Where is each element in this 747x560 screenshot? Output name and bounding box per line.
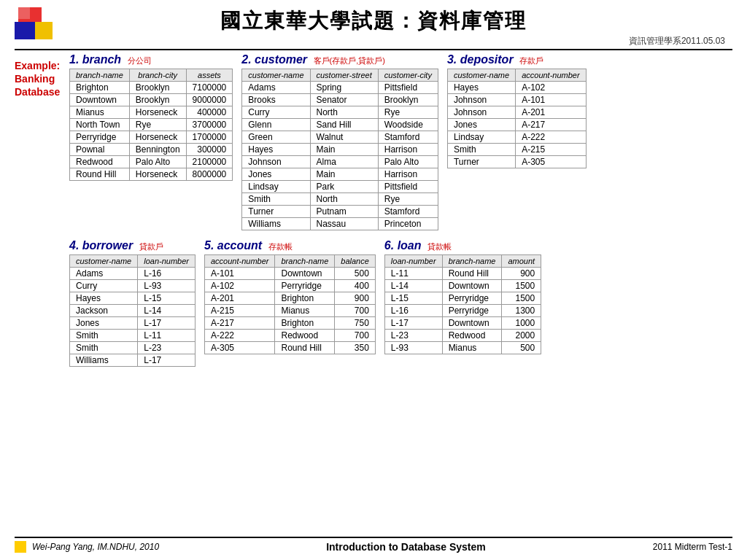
table-cell: Jackson [70, 305, 138, 317]
table-row: TurnerA-305 [447, 156, 586, 168]
table-cell: Rye [378, 106, 438, 119]
header-subtitle: 資訊管理學系2011.05.03 [629, 35, 725, 47]
depositor-chinese: 存款戶 [519, 56, 543, 65]
table-cell: Brooklyn [129, 82, 186, 94]
table-cell: Brighton [275, 317, 335, 330]
table-cell: 2000 [502, 330, 541, 342]
table-cell: L-11 [138, 330, 196, 342]
table-cell: Lindsay [447, 131, 515, 144]
depositor-title: 3. depositor [447, 53, 516, 66]
account-col-2: branch-name [275, 255, 335, 268]
branch-col-1: branch-name [70, 69, 130, 82]
table-cell: Mianus [70, 106, 130, 119]
table-row: DowntownBrooklyn9000000 [70, 94, 233, 106]
table-row: SmithA-215 [447, 144, 586, 156]
table-row: RedwoodPalo Alto2100000 [70, 156, 233, 168]
borrower-col-1: customer-name [70, 255, 138, 268]
table-cell: L-17 [138, 354, 196, 367]
table-cell: Stamford [378, 206, 438, 218]
table-row: JonesMainHarrison [242, 168, 438, 181]
table-row: A-102Perryridge400 [204, 280, 375, 292]
table-cell: L-17 [384, 317, 442, 330]
table-cell: A-222 [204, 330, 275, 342]
table-cell: North [310, 106, 378, 119]
table-row: BrightonBrooklyn7100000 [70, 82, 233, 94]
logo [15, 7, 58, 47]
table-cell: Smith [70, 330, 138, 342]
main-content: 1. branch 分公司 branch-name branch-city as… [69, 53, 732, 534]
table-row: GreenWalnutStamford [242, 131, 438, 144]
table-cell: 900 [335, 292, 376, 305]
table-cell: Round Hill [442, 268, 502, 280]
table-row: HayesMainHarrison [242, 144, 438, 156]
loan-section: 6. loan 貸款帳 loan-number branch-name amou… [384, 239, 541, 354]
footer-author: Wei-Pang Yang, IM.NDHU, 2010 [32, 542, 159, 552]
borrower-chinese: 貸款戶 [139, 242, 163, 251]
table-row: TurnerPutnamStamford [242, 206, 438, 218]
table-cell: A-305 [516, 156, 587, 168]
table-row: JacksonL-14 [70, 305, 196, 317]
customer-col-2: customer-street [310, 69, 378, 82]
table-row: JohnsonAlmaPalo Alto [242, 156, 438, 168]
table-cell: Hayes [70, 292, 138, 305]
content: Example: Banking Database 1. branch 分公司 [15, 53, 732, 534]
branch-table: branch-name branch-city assets BrightonB… [69, 69, 233, 181]
table-cell: Hayes [242, 144, 310, 156]
table-row: L-23Redwood2000 [384, 330, 541, 342]
table-cell: Johnson [242, 156, 310, 168]
table-cell: L-23 [384, 330, 442, 342]
table-cell: Bennington [129, 144, 186, 156]
table-cell: A-217 [516, 119, 587, 131]
table-row: GlennSand HillWoodside [242, 119, 438, 131]
table-cell: Horseneck [129, 168, 186, 181]
table-cell: Spring [310, 82, 378, 94]
table-cell: Main [310, 168, 378, 181]
table-row: HayesA-102 [447, 82, 586, 94]
svg-rect-3 [35, 22, 53, 39]
table-cell: 350 [335, 342, 376, 354]
table-cell: Adams [70, 268, 138, 280]
branch-chinese: 分公司 [128, 56, 152, 65]
table-cell: 8000000 [186, 168, 233, 181]
table-row: PerryridgeHorseneck1700000 [70, 131, 233, 144]
table-cell: Mianus [275, 305, 335, 317]
table-cell: Palo Alto [129, 156, 186, 168]
table-cell: Redwood [275, 330, 335, 342]
table-row: PownalBennington300000 [70, 144, 233, 156]
table-row: Round HillHorseneck8000000 [70, 168, 233, 181]
table-row: AdamsL-16 [70, 268, 196, 280]
table-cell: Perryridge [442, 305, 502, 317]
table-cell: Park [310, 181, 378, 193]
table-cell: Downtown [442, 280, 502, 292]
table-cell: Round Hill [275, 342, 335, 354]
table-cell: Woodside [378, 119, 438, 131]
table-cell: Green [242, 131, 310, 144]
table-row: SmithNorthRye [242, 193, 438, 206]
table-cell: A-201 [516, 106, 587, 119]
table-row: A-101Downtown500 [204, 268, 375, 280]
table-cell: Sand Hill [310, 119, 378, 131]
table-row: JonesL-17 [70, 317, 196, 330]
table-cell: Johnson [447, 94, 515, 106]
table-row: JohnsonA-201 [447, 106, 586, 119]
table-cell: A-102 [516, 82, 587, 94]
account-table: account-number branch-name balance A-101… [204, 254, 376, 354]
table-cell: Round Hill [70, 168, 130, 181]
table-cell: Brooks [242, 94, 310, 106]
table-row: HayesL-15 [70, 292, 196, 305]
table-cell: Smith [447, 144, 515, 156]
loan-title: 6. loan [384, 239, 425, 252]
table-row: WilliamsNassauPrinceton [242, 218, 438, 230]
table-row: L-15Perryridge1500 [384, 292, 541, 305]
table-cell: Turner [447, 156, 515, 168]
table-cell: L-23 [138, 342, 196, 354]
table-cell: Palo Alto [378, 156, 438, 168]
table-cell: North Town [70, 119, 130, 131]
table-cell: 1500 [502, 280, 541, 292]
table-row: SmithL-11 [70, 330, 196, 342]
table-row: LindsayParkPittsfield [242, 181, 438, 193]
table-cell: Horseneck [129, 106, 186, 119]
table-cell: Harrison [378, 168, 438, 181]
table-cell: L-93 [384, 342, 442, 354]
table-cell: Alma [310, 156, 378, 168]
